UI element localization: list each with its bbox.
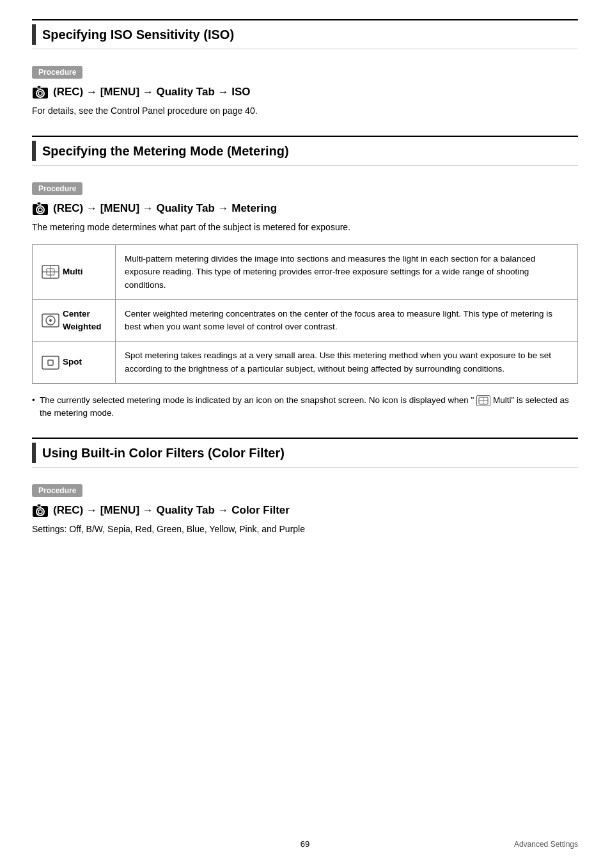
section-color-filter: Using Built-in Color Filters (Color Filt… — [32, 438, 578, 536]
section-title-iso: Specifying ISO Sensitivity (ISO) — [32, 19, 578, 49]
table-row-center: CenterWeighted Center weighted metering … — [33, 299, 578, 342]
color-filter-nav-text: (REC) → [MENU] → Quality Tab → Color Fil… — [53, 504, 290, 517]
multi-label: Multi — [63, 265, 83, 278]
title-bar-decoration-metering — [32, 141, 36, 161]
multi-inline-icon — [476, 395, 490, 406]
mode-cell-multi: Multi — [33, 245, 116, 300]
color-filter-description: Settings: Off, B/W, Sepia, Red, Green, B… — [32, 523, 578, 536]
metering-nav-path: (REC) → [MENU] → Quality Tab → Metering — [32, 201, 578, 216]
metering-note: The currently selected metering mode is … — [32, 394, 578, 420]
svg-rect-15 — [42, 356, 59, 369]
metering-description: The metering mode determines what part o… — [32, 221, 578, 234]
section-iso: Specifying ISO Sensitivity (ISO) Procedu… — [32, 19, 578, 118]
spot-description: Spot metering takes readings at a very s… — [116, 342, 578, 384]
metering-note-text: The currently selected metering mode is … — [40, 395, 569, 418]
procedure-badge-metering: Procedure — [32, 182, 82, 195]
mode-cell-spot: Spot — [33, 342, 116, 384]
svg-rect-23 — [37, 504, 41, 507]
iso-nav-text: (REC) → [MENU] → Quality Tab → ISO — [53, 86, 251, 99]
metering-nav-text: (REC) → [MENU] → Quality Tab → Metering — [53, 202, 277, 215]
svg-point-14 — [49, 319, 52, 322]
camera-icon-iso — [32, 85, 49, 99]
footer-section-label: Advanced Settings — [514, 840, 578, 849]
center-description: Center weighted metering concentrates on… — [116, 299, 578, 342]
color-filter-nav-path: (REC) → [MENU] → Quality Tab → Color Fil… — [32, 503, 578, 517]
title-bar-decoration-color — [32, 443, 36, 463]
svg-rect-3 — [37, 86, 41, 88]
svg-rect-7 — [37, 202, 41, 205]
section-metering: Specifying the Metering Mode (Metering) … — [32, 136, 578, 420]
title-bar-decoration — [32, 24, 36, 45]
page-number: 69 — [301, 839, 309, 849]
color-filter-title-text: Using Built-in Color Filters (Color Filt… — [42, 446, 285, 461]
section-title-metering: Specifying the Metering Mode (Metering) — [32, 136, 578, 166]
iso-title-text: Specifying ISO Sensitivity (ISO) — [42, 28, 234, 42]
table-row-multi: Multi Multi-pattern metering divides the… — [33, 245, 578, 300]
multi-inline-svg — [478, 397, 489, 405]
metering-title-text: Specifying the Metering Mode (Metering) — [42, 144, 289, 159]
center-label: CenterWeighted — [63, 308, 102, 334]
metering-table: Multi Multi-pattern metering divides the… — [32, 244, 578, 384]
spot-icon — [42, 356, 59, 370]
svg-rect-16 — [48, 360, 53, 365]
camera-icon-color — [32, 503, 49, 517]
iso-nav-path: (REC) → [MENU] → Quality Tab → ISO — [32, 85, 578, 99]
table-row-spot: Spot Spot metering takes readings at a v… — [33, 342, 578, 384]
procedure-badge-iso: Procedure — [32, 66, 82, 79]
procedure-badge-color: Procedure — [32, 484, 82, 497]
iso-description: For details, see the Control Panel proce… — [32, 104, 578, 118]
multi-icon — [42, 265, 59, 279]
spot-label: Spot — [63, 356, 82, 368]
multi-description: Multi-pattern metering divides the image… — [116, 245, 578, 300]
mode-cell-center: CenterWeighted — [33, 299, 116, 342]
center-icon — [42, 313, 59, 327]
page-footer: 69 Advanced Settings — [0, 839, 610, 849]
camera-icon-metering — [32, 201, 49, 216]
section-title-color-filter: Using Built-in Color Filters (Color Filt… — [32, 438, 578, 468]
